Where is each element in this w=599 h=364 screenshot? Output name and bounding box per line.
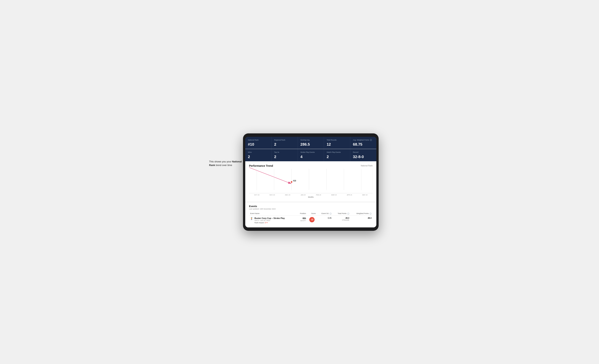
event-score-cell: -22 <box>307 215 317 225</box>
perf-title: Performance Trend <box>249 164 273 167</box>
chart-data-point <box>291 181 292 183</box>
stat-scoring-avg-value: 286.5 <box>300 142 321 147</box>
xlabel-may24: MAY 24 <box>357 194 373 196</box>
stat-avg-weighted-value: 68.75 <box>353 142 374 147</box>
perf-subtitle: National Rank <box>361 165 373 167</box>
col-position: Position <box>297 212 307 215</box>
tablet: National Rank #10 Regional Rank 2 Scorin… <box>243 133 379 231</box>
col-total-points: Total Points i <box>333 212 350 215</box>
stat-top3s-label: Top 3s <box>274 151 295 153</box>
info-icon: i <box>370 139 372 141</box>
stat-record-label: Record <box>353 151 374 153</box>
stat-stroke-play: Stroke Play Events 4 <box>298 149 324 161</box>
event-sg-cell: 0.45 <box>317 215 333 225</box>
event-total-points: 28.3 <box>334 217 349 219</box>
xlabel-mar24: MAR 24 <box>326 194 342 196</box>
rank-impact: Rank Impact: 3 ▼ <box>255 222 285 224</box>
col-event-name: Event Name <box>249 212 297 215</box>
event-total-rounds: 3 Rounds <box>334 219 349 221</box>
stat-stroke-play-value: 4 <box>300 155 321 159</box>
perf-header: Performance Trend National Rank <box>249 164 373 167</box>
stat-scoring-avg-label: Scoring Avg. <box>300 139 321 141</box>
stat-stroke-play-label: Stroke Play Events <box>300 151 321 153</box>
col-event-sg: Event SG i <box>317 212 333 215</box>
stat-regional-rank-label: Regional Rank <box>274 139 295 141</box>
event-details: Buster Cozy Cup – Stroke Play Oct 9 – Oc… <box>255 217 285 224</box>
golf-icon: 🏌 <box>250 217 253 220</box>
stat-top3s-value: 2 <box>274 155 295 159</box>
stat-record: Record 32-8-0 <box>350 149 376 161</box>
col-total-points-info-icon: i <box>347 213 349 215</box>
event-weighted-points-cell: 28.3 <box>350 215 373 225</box>
col-event-sg-info-icon: i <box>330 213 332 215</box>
stat-match-play-value: 2 <box>327 155 347 159</box>
xlabel-oct23: OCT 23 <box>249 194 264 196</box>
xlabel-jan24: JAN 24 <box>295 194 311 196</box>
stat-match-play-label: Match Play Events <box>327 151 347 153</box>
event-row-content: 🏌 Buster Cozy Cup – Stroke Play Oct 9 – … <box>250 217 295 224</box>
event-position-sub: out of 7 <box>298 220 306 222</box>
performance-section: Performance Trend National Rank <box>245 161 376 201</box>
event-name-cell: 🏌 Buster Cozy Cup – Stroke Play Oct 9 – … <box>249 215 297 225</box>
stat-national-rank-value: #10 <box>248 142 269 147</box>
events-section: Events Last updated: 24th November 2023 … <box>245 201 376 227</box>
stat-total-rounds-label: Total Rounds <box>327 139 347 141</box>
stat-scoring-avg: Scoring Avg. 286.5 <box>298 137 324 149</box>
stat-match-play: Match Play Events 2 <box>324 149 350 161</box>
event-position-cell: 6th out of 7 <box>297 215 307 225</box>
chart-data-label: #10 <box>293 179 296 182</box>
chart-xlabel: OCT 23 NOV 23 DEC 23 JAN 24 FEB 24 MAR 2… <box>249 193 373 196</box>
tablet-screen: National Rank #10 Regional Rank 2 Scorin… <box>245 137 376 227</box>
stat-total-rounds-value: 12 <box>327 142 347 147</box>
events-table: Event Name Position Score Event SG i <box>249 212 373 225</box>
stats-row-1: National Rank #10 Regional Rank 2 Scorin… <box>245 137 376 149</box>
scene: This shows you your National Rank trend … <box>209 133 390 231</box>
stat-top3s: Top 3s 2 <box>272 149 297 161</box>
stat-avg-weighted-label: Avg. Weighted Points i <box>353 139 374 141</box>
event-name: Buster Cozy Cup – Stroke Play <box>255 217 285 219</box>
annotation: This shows you your National Rank trend … <box>209 160 247 167</box>
stat-regional-rank: Regional Rank 2 <box>272 137 297 149</box>
xlabel-apr24: APR 24 <box>342 194 357 196</box>
stat-total-rounds: Total Rounds 12 <box>324 137 350 149</box>
event-date: Oct 9 – Oct 10, 2023 <box>255 220 285 221</box>
stats-row-2: Wins 2 Top 3s 2 Stroke Play Events 4 Mat… <box>245 149 376 161</box>
chart-svg: #10 <box>249 169 373 193</box>
stat-national-rank: National Rank #10 <box>245 137 271 149</box>
table-row: 🏌 Buster Cozy Cup – Stroke Play Oct 9 – … <box>249 215 373 225</box>
stat-avg-weighted: Avg. Weighted Points i 68.75 <box>350 137 376 149</box>
xlabel-dec23: DEC 23 <box>280 194 295 196</box>
stat-wins: Wins 2 <box>245 149 271 161</box>
event-total-points-cell: 28.3 3 Rounds <box>333 215 350 225</box>
event-position: 6th <box>298 217 306 220</box>
events-updated: Last updated: 24th November 2023 <box>249 208 373 210</box>
col-weighted-points: Weighted Points i <box>350 212 373 215</box>
xlabel-feb24: FEB 24 <box>311 194 326 196</box>
score-badge: -22 <box>309 217 315 222</box>
events-title: Events <box>249 205 373 208</box>
stat-regional-rank-value: 2 <box>274 142 295 147</box>
event-weighted-points: 28.3 <box>368 217 371 219</box>
rank-impact-arrow: ▼ <box>266 222 268 224</box>
chart-container: #10 <box>249 169 373 193</box>
stat-wins-label: Wins <box>248 151 269 153</box>
col-score: Score <box>307 212 317 215</box>
stat-record-value: 32-8-0 <box>353 155 374 159</box>
stat-wins-value: 2 <box>248 155 269 159</box>
table-header-row: Event Name Position Score Event SG i <box>249 212 373 215</box>
annotation-text: This shows you your National Rank trend … <box>209 160 242 167</box>
col-weighted-points-info-icon: i <box>370 213 371 215</box>
xlabel-nov23: NOV 23 <box>264 194 280 196</box>
stat-national-rank-label: National Rank <box>248 139 269 141</box>
rank-impact-value: 3 <box>265 222 266 224</box>
months-label: Months <box>249 196 373 200</box>
